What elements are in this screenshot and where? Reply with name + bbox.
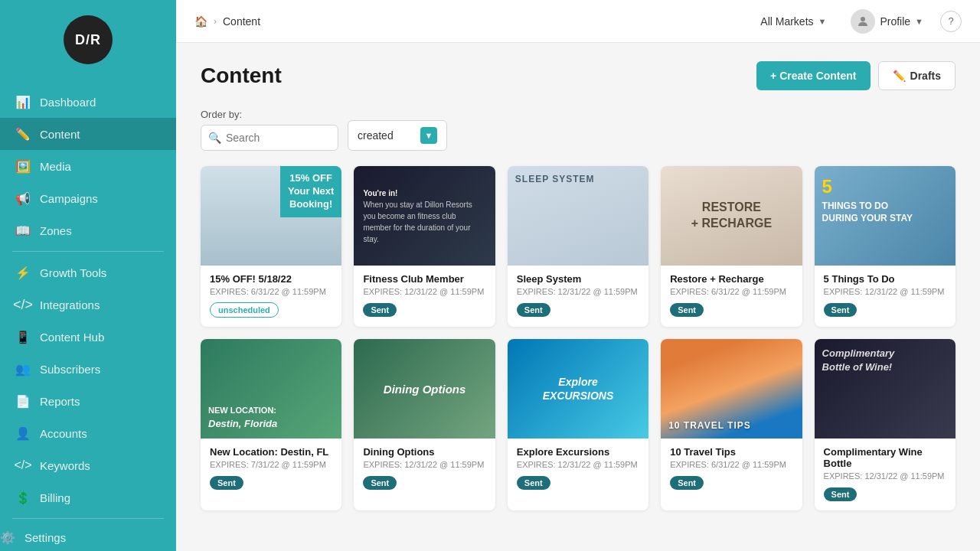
sidebar-item-label: Settings [24, 531, 66, 544]
card-expires-1: EXPIRES: 6/31/22 @ 11:59PM [210, 287, 332, 296]
content-grid: 15% OFFYour NextBooking! 15% OFF! 5/18/2… [201, 166, 956, 510]
card-title-5: 5 Things To Do [824, 273, 946, 285]
content-card-8[interactable]: ExploreEXCURSIONS Explore Excursions EXP… [508, 339, 648, 510]
sidebar-item-billing[interactable]: 💲 Billing [0, 481, 176, 514]
profile-label: Profile [880, 15, 910, 28]
sidebar-item-dashboard[interactable]: 📊 Dashboard [0, 86, 176, 118]
content-card-7[interactable]: Dining Options Dining Options EXPIRES: 1… [354, 339, 495, 510]
card-image-5: 5THINGS TO DODURING YOUR STAY [815, 166, 956, 266]
card-badge-2: Sent [363, 303, 397, 317]
sidebar-divider-2 [12, 518, 164, 519]
accounts-icon: 👤 [15, 425, 31, 441]
sidebar-item-keywords[interactable]: </> Keywords [0, 449, 176, 481]
market-label: All Markets [760, 15, 813, 28]
media-icon: 🖼️ [15, 158, 31, 174]
avatar [851, 9, 875, 34]
help-button[interactable]: ? [940, 11, 962, 32]
order-select-wrapper: created ▼ [348, 120, 447, 151]
svg-point-0 [861, 17, 865, 21]
logo-area: D/R [0, 0, 176, 80]
create-content-button[interactable]: + Create Content [756, 61, 870, 90]
card-image-2: You're in!When you stay at Dillon Resort… [354, 166, 495, 266]
card-expires-2: EXPIRES: 12/31/22 @ 11:59PM [363, 287, 485, 296]
order-by-label: Order by: [201, 109, 338, 120]
integrations-icon: </> [15, 297, 31, 312]
content-card-3[interactable]: SLEEP SYSTEM Sleep System EXPIRES: 12/31… [508, 166, 648, 327]
profile-chevron-icon: ▼ [915, 17, 923, 26]
card-title-2: Fitness Club Member [363, 273, 485, 285]
card-title-7: Dining Options [363, 446, 485, 458]
card-title-4: Restore + Recharge [670, 273, 792, 285]
card-expires-7: EXPIRES: 12/31/22 @ 11:59PM [363, 460, 485, 469]
help-label: ? [948, 15, 953, 27]
content-card-6[interactable]: NEW LOCATION:Destin, Florida New Locatio… [201, 339, 341, 510]
sidebar-item-label: Accounts [40, 427, 87, 440]
content-card-4[interactable]: RESTORE+ RECHARGE Restore + Recharge EXP… [661, 166, 802, 327]
content-card-9[interactable]: 10 TRAVEL TIPS 10 Travel Tips EXPIRES: 6… [661, 339, 802, 510]
sidebar-item-campaigns[interactable]: 📢 Campaigns [0, 182, 176, 214]
card-badge-4: Sent [670, 303, 704, 317]
sidebar-item-content[interactable]: ✏️ Content [0, 118, 176, 150]
card-badge-9: Sent [670, 476, 704, 490]
card-badge-1: unscheduled [210, 302, 279, 318]
sidebar-item-label: Dashboard [40, 96, 96, 109]
page-content: Content + Create Content ✏️ Drafts Order… [176, 43, 980, 551]
sidebar-item-media[interactable]: 🖼️ Media [0, 150, 176, 182]
card-expires-6: EXPIRES: 7/31/22 @ 11:59PM [210, 460, 332, 469]
content-icon: ✏️ [15, 126, 31, 142]
card-expires-9: EXPIRES: 6/31/22 @ 11:59PM [670, 460, 792, 469]
sidebar-item-integrations[interactable]: </> Integrations [0, 289, 176, 321]
market-selector[interactable]: All Markets ▼ [753, 11, 834, 32]
card-image-9: 10 TRAVEL TIPS [661, 339, 802, 439]
sidebar-item-settings[interactable]: ⚙️ Settings [0, 523, 176, 551]
page-title: Content [201, 64, 282, 88]
content-card-2[interactable]: You're in!When you stay at Dillon Resort… [354, 166, 495, 327]
filter-row: Order by: 🔍 created ▼ [201, 109, 956, 151]
sidebar-item-label: Zones [40, 224, 72, 237]
card-title-3: Sleep System [517, 273, 639, 285]
sidebar-item-accounts[interactable]: 👤 Accounts [0, 417, 176, 449]
card-image-4: RESTORE+ RECHARGE [661, 166, 802, 266]
card-badge-7: Sent [363, 476, 397, 490]
card-badge-3: Sent [517, 303, 550, 317]
search-input[interactable] [201, 125, 338, 151]
sidebar: D/R 📊 Dashboard ✏️ Content 🖼️ Media 📢 Ca… [0, 0, 176, 551]
card-body-1: 15% OFF! 5/18/22 EXPIRES: 6/31/22 @ 11:5… [201, 266, 341, 327]
card-badge-10: Sent [824, 487, 858, 501]
order-by-group: Order by: 🔍 [201, 109, 338, 151]
breadcrumb-current: Content [223, 15, 260, 28]
drafts-label: Drafts [910, 70, 941, 82]
search-icon: 🔍 [208, 132, 221, 144]
sidebar-item-subscribers[interactable]: 👥 Subscribers [0, 353, 176, 385]
card-image-10: ComplimentaryBottle of Wine! [815, 339, 956, 439]
card-body-7: Dining Options EXPIRES: 12/31/22 @ 11:59… [354, 439, 495, 499]
breadcrumb-chevron: › [214, 16, 217, 27]
card-body-2: Fitness Club Member EXPIRES: 12/31/22 @ … [354, 266, 495, 326]
card-body-9: 10 Travel Tips EXPIRES: 6/31/22 @ 11:59P… [661, 439, 802, 499]
card-expires-5: EXPIRES: 12/31/22 @ 11:59PM [824, 287, 946, 296]
content-card-1[interactable]: 15% OFFYour NextBooking! 15% OFF! 5/18/2… [201, 166, 341, 327]
content-card-10[interactable]: ComplimentaryBottle of Wine! Complimenta… [815, 339, 956, 510]
chevron-down-icon: ▼ [818, 17, 827, 26]
card-image-8: ExploreEXCURSIONS [508, 339, 648, 439]
drafts-button[interactable]: ✏️ Drafts [878, 61, 956, 90]
campaigns-icon: 📢 [15, 191, 31, 206]
card-body-6: New Location: Destin, FL EXPIRES: 7/31/2… [201, 439, 341, 499]
sidebar-item-growth-tools[interactable]: ⚡ Growth Tools [0, 256, 176, 289]
settings-icon: ⚙️ [0, 530, 15, 545]
profile-button[interactable]: Profile ▼ [843, 5, 931, 38]
card-body-3: Sleep System EXPIRES: 12/31/22 @ 11:59PM… [508, 266, 648, 326]
sidebar-item-label: Reports [40, 395, 80, 408]
card-expires-4: EXPIRES: 6/31/22 @ 11:59PM [670, 287, 792, 296]
sidebar-item-zones[interactable]: 📖 Zones [0, 214, 176, 246]
card-expires-3: EXPIRES: 12/31/22 @ 11:59PM [517, 287, 639, 296]
billing-icon: 💲 [15, 490, 31, 505]
card-title-6: New Location: Destin, FL [210, 446, 332, 458]
top-header: 🏠 › Content All Markets ▼ Profile ▼ ? [176, 0, 980, 43]
sidebar-item-content-hub[interactable]: 📱 Content Hub [0, 321, 176, 353]
sidebar-item-reports[interactable]: 📄 Reports [0, 385, 176, 417]
home-icon[interactable]: 🏠 [194, 15, 207, 28]
page-actions: + Create Content ✏️ Drafts [756, 61, 956, 90]
content-card-5[interactable]: 5THINGS TO DODURING YOUR STAY 5 Things T… [815, 166, 956, 327]
order-select[interactable]: created ▼ [348, 120, 447, 151]
